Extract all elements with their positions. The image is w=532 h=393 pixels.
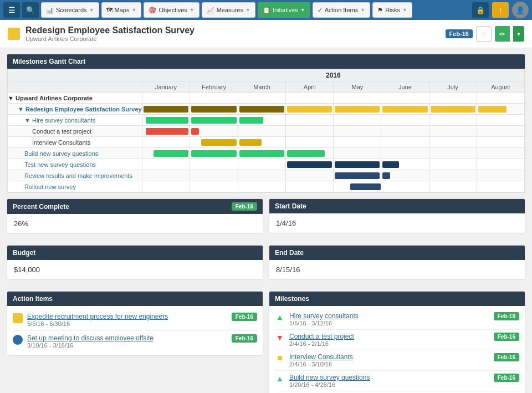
- list-item: ▲ Hire survey consultants 1/6/16 - 3/12/…: [275, 309, 519, 330]
- list-item: Expedite recruitment process for new eng…: [13, 309, 257, 331]
- table-row: Test new survey questions: [8, 159, 525, 170]
- percent-complete-card: Percent Complete Feb-16 26%: [7, 198, 263, 234]
- gantt-cell: [286, 126, 334, 137]
- page-subtitle: Upward Airlines Corporate: [25, 35, 195, 42]
- top-nav: ☰ 🔍 📊 Scorecards ▼ 🗺 Maps ▼ 🎯 Objectives…: [0, 0, 532, 20]
- gantt-cell: [429, 126, 477, 137]
- page-title-group: Redesign Employee Satisfaction Survey Up…: [25, 25, 195, 42]
- gantt-cell: [334, 126, 381, 137]
- avatar[interactable]: 👤: [512, 2, 529, 18]
- action-item-title-1[interactable]: Set up meeting to discuss employee offsi…: [27, 334, 227, 342]
- gantt-cell: [238, 115, 285, 126]
- milestone-content-2: Interview Consultants 2/4/16 - 3/10/16: [289, 353, 489, 368]
- gantt-cell: [381, 181, 429, 192]
- milestones-col: Milestones ▲ Hire survey consultants 1/6…: [269, 291, 525, 393]
- gantt-label-interview: Interview Consultants: [8, 137, 142, 148]
- gantt-cell: [238, 137, 285, 148]
- gantt-month-feb: February: [190, 81, 238, 93]
- list-item: ▲ Build new survey questions 1/20/16 - 4…: [275, 371, 519, 391]
- gantt-container[interactable]: 2016 January February March April May Ju…: [7, 69, 525, 192]
- gantt-cell: [429, 181, 477, 192]
- gantt-cell: [334, 115, 381, 126]
- gantt-cell: [381, 93, 429, 104]
- table-row: ▼ Redesign Employee Satisfaction Survey: [8, 104, 525, 115]
- percent-complete-value: 26%: [14, 220, 256, 228]
- bottom-row: Action Items Expedite recruitment proces…: [7, 291, 525, 393]
- hamburger-button[interactable]: ☰: [3, 2, 20, 18]
- milestone-title-0[interactable]: Hire survey consultants: [289, 312, 489, 320]
- gantt-header: Milestones Gantt Chart: [7, 54, 525, 69]
- milestone-title-1[interactable]: Conduct a test project: [289, 333, 489, 340]
- gantt-cell: [238, 159, 285, 170]
- gantt-cell: [477, 115, 525, 126]
- gantt-cell: [477, 137, 525, 148]
- gantt-label-rollout: Rollout new survey: [8, 181, 142, 192]
- milestone-title-3[interactable]: Build new survey questions: [289, 374, 489, 381]
- gantt-year-row: 2016: [8, 69, 525, 81]
- milestone-badge-2: Feb-16: [494, 353, 519, 361]
- measures-nav-btn[interactable]: 📈 Measures ▼: [202, 2, 255, 18]
- action-items-icon: ✓: [318, 7, 323, 14]
- milestone-title-2[interactable]: Interview Consultants: [289, 353, 489, 361]
- action-item-title-0[interactable]: Expedite recruitment process for new eng…: [27, 313, 227, 320]
- info-row-1: Percent Complete Feb-16 26% Start Date 1…: [7, 198, 525, 239]
- gantt-cell: [334, 137, 381, 148]
- edit-dropdown-button[interactable]: ▼: [513, 26, 524, 42]
- action-items-card: Action Items Expedite recruitment proces…: [7, 291, 263, 356]
- action-items-caret: ▼: [360, 7, 365, 13]
- milestone-content-1: Conduct a test project 2/4/16 - 2/1/16: [289, 333, 489, 347]
- action-items-title: Action Items: [13, 295, 53, 303]
- lock-button[interactable]: 🔒: [472, 2, 489, 18]
- gantt-month-may: May: [334, 81, 381, 93]
- scorecards-icon: 📊: [46, 7, 54, 14]
- scorecards-caret: ▼: [89, 7, 94, 13]
- gantt-cell: [286, 104, 334, 115]
- end-date-card: End Date 8/15/16: [269, 245, 525, 280]
- search-button[interactable]: 🔍: [22, 2, 39, 18]
- start-date-card: Start Date 1/4/16: [269, 198, 525, 233]
- gantt-cell: [142, 115, 190, 126]
- gantt-cell: [142, 148, 190, 159]
- gantt-cell: [334, 170, 381, 181]
- gantt-cell: [238, 126, 285, 137]
- table-row: Build new survey questions: [8, 148, 525, 159]
- milestones-title: Milestones: [275, 295, 309, 303]
- action-items-nav-btn[interactable]: ✓ Action Items ▼: [313, 2, 370, 18]
- gantt-cell: [286, 170, 334, 181]
- gantt-cell: [429, 159, 477, 170]
- gantt-cell: [190, 148, 238, 159]
- percent-complete-title: Percent Complete: [13, 203, 69, 211]
- gantt-table: 2016 January February March April May Ju…: [7, 69, 525, 192]
- initiatives-nav-btn[interactable]: 📋 Initiatives ▼: [258, 2, 310, 18]
- maps-nav-btn[interactable]: 🗺 Maps ▼: [101, 2, 142, 18]
- gantt-cell: [381, 104, 429, 115]
- objectives-nav-btn[interactable]: 🎯 Objectives ▼: [144, 2, 199, 18]
- star-button[interactable]: ☆: [476, 26, 492, 42]
- gantt-cell: [477, 104, 525, 115]
- gantt-cell: [286, 148, 334, 159]
- scorecards-nav-btn[interactable]: 📊 Scorecards ▼: [41, 2, 99, 18]
- gantt-cell: [286, 137, 334, 148]
- page-title: Redesign Employee Satisfaction Survey: [25, 25, 195, 35]
- gantt-cell: [381, 170, 429, 181]
- milestone-dates-1: 2/4/16 - 2/1/16: [289, 340, 489, 347]
- gantt-cell: [334, 93, 381, 104]
- milestone-icon-0: ▲: [275, 312, 285, 322]
- milestone-dates-3: 1/20/16 - 4/28/16: [289, 381, 489, 388]
- gantt-cell: [334, 104, 381, 115]
- alert-button[interactable]: !: [492, 2, 509, 18]
- table-row: Rollout new survey: [8, 181, 525, 192]
- budget-col: Budget $14,000: [7, 245, 263, 285]
- action-items-col: Action Items Expedite recruitment proces…: [7, 291, 263, 393]
- gantt-cell: [477, 159, 525, 170]
- milestones-list: ▲ Hire survey consultants 1/6/16 - 3/12/…: [269, 306, 525, 393]
- action-item-content-0: Expedite recruitment process for new eng…: [27, 313, 227, 327]
- gantt-cell: [142, 170, 190, 181]
- end-date-title: End Date: [275, 249, 304, 257]
- gantt-cell: [381, 137, 429, 148]
- risks-nav-btn[interactable]: ⚑ Risks ▼: [372, 2, 412, 18]
- list-item: Set up meeting to discuss employee offsi…: [13, 331, 257, 352]
- maps-caret: ▼: [131, 7, 136, 13]
- edit-button[interactable]: ✏: [495, 26, 510, 42]
- milestone-badge-3: Feb-16: [494, 374, 519, 381]
